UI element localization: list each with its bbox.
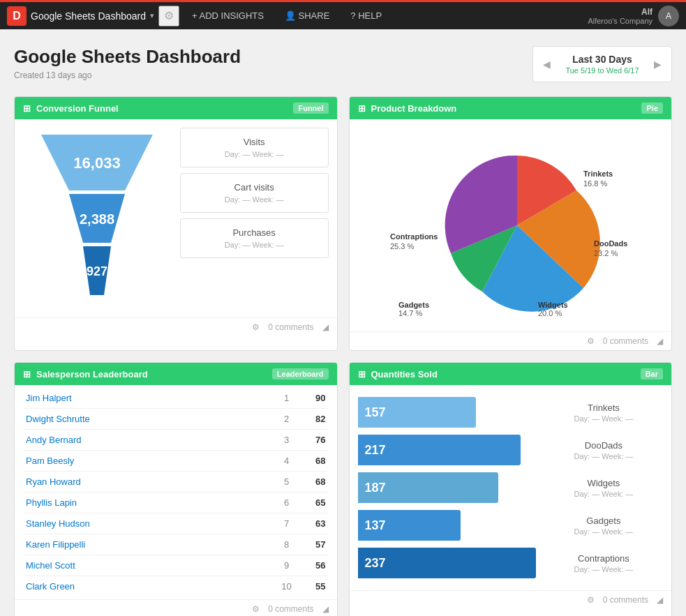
funnel-layout: 16,033 2,388 927 Visits D	[23, 128, 329, 309]
stat-cart-sub: Day: — Week: —	[189, 195, 320, 204]
leaderboard-title: Salesperson Leaderboard	[36, 369, 148, 380]
bar-value: 157	[365, 405, 386, 420]
pie-footer: ⚙ 0 comments ◢	[350, 331, 672, 350]
bar-label-sub: Day: — Week: —	[544, 452, 663, 460]
bar-label-box: Gadgets Day: — Week: —	[544, 510, 663, 541]
table-row: Dwight Schrutte 2 82	[23, 409, 329, 430]
bar-footer: ⚙ 0 comments ◢	[350, 590, 672, 609]
next-date-arrow[interactable]: ▶	[654, 59, 662, 70]
person-name[interactable]: Pam Beesly	[23, 451, 273, 472]
table-row: Jim Halpert 1 90	[23, 388, 329, 409]
pie-badge: Pie	[641, 103, 663, 114]
avatar: A	[658, 6, 679, 27]
date-range-text: Last 30 Days Tue 5/19 to Wed 6/17	[556, 54, 648, 75]
person-rank: 3	[273, 430, 301, 451]
person-name[interactable]: Clark Green	[23, 576, 273, 597]
help-button[interactable]: ? HELP	[342, 7, 390, 24]
bar-gear-icon[interactable]: ⚙	[587, 595, 595, 605]
bar-fill: 157	[358, 397, 476, 428]
person-score: 68	[301, 451, 329, 472]
bar-value: 217	[365, 443, 386, 458]
bar-resize-icon: ◢	[657, 595, 663, 605]
pie-gear-icon[interactable]: ⚙	[587, 336, 595, 346]
bar-label-box: DooDads Day: — Week: —	[544, 435, 663, 465]
bar-header: ⊞ Quantities Sold Bar	[350, 363, 672, 385]
person-rank: 6	[273, 493, 301, 513]
add-insights-button[interactable]: + ADD INSIGHTS	[184, 7, 272, 24]
person-rank: 2	[273, 409, 301, 430]
person-rank: 10	[273, 576, 301, 597]
funnel-stat-cart: Cart visits Day: — Week: —	[180, 173, 329, 213]
title-chevron[interactable]: ▾	[150, 11, 154, 20]
bar-label-name: Gadgets	[544, 516, 663, 526]
person-score: 55	[301, 576, 329, 597]
bar-label-sub: Day: — Week: —	[544, 565, 663, 573]
table-row: Michel Scott 9 56	[23, 555, 329, 576]
topnav: D Google Sheets Dashboard ▾ ⚙ + ADD INSI…	[0, 0, 686, 29]
table-row: Andy Bernard 3 76	[23, 430, 329, 451]
settings-button[interactable]: ⚙	[158, 6, 179, 27]
bar-label-box: Contraptions Day: — Week: —	[544, 548, 663, 578]
person-name[interactable]: Stanley Hudson	[23, 513, 273, 534]
svg-text:2,388: 2,388	[80, 211, 114, 227]
bar-label-sub: Day: — Week: —	[544, 414, 663, 423]
leaderboard-table: Jim Halpert 1 90 Dwight Schrutte 2 82 An…	[23, 388, 329, 596]
person-name[interactable]: Andy Bernard	[23, 430, 273, 451]
bar-row: 217	[358, 435, 536, 465]
bar-row: 237	[358, 548, 536, 578]
bar-label-box: Trinkets Day: — Week: —	[544, 397, 663, 428]
person-name[interactable]: Ryan Howard	[23, 472, 273, 493]
table-row: Phyllis Lapin 6 65	[23, 493, 329, 513]
prev-date-arrow[interactable]: ◀	[543, 59, 551, 70]
pie-grid-icon: ⊞	[358, 103, 366, 114]
pie-title: Product Breakdown	[371, 103, 457, 114]
bar-label-name: Widgets	[544, 478, 663, 488]
bar-badge: Bar	[641, 368, 663, 380]
table-row: Karen Filippelli 8 57	[23, 534, 329, 555]
svg-text:23.2 %: 23.2 %	[594, 249, 618, 257]
bar-row: 157	[358, 397, 536, 428]
date-range-picker[interactable]: ◀ Last 30 Days Tue 5/19 to Wed 6/17 ▶	[532, 46, 672, 82]
funnel-resize-icon: ◢	[322, 322, 329, 332]
bar-chart-bars: 157 217 187 137 237	[358, 393, 536, 582]
person-rank: 5	[273, 472, 301, 493]
person-name[interactable]: Jim Halpert	[23, 388, 273, 409]
person-name[interactable]: Phyllis Lapin	[23, 493, 273, 513]
funnel-gear-icon[interactable]: ⚙	[252, 322, 260, 332]
funnel-stats: Visits Day: — Week: — Cart visits Day: —…	[180, 128, 329, 258]
leaderboard-footer: ⚙ 0 comments ◢	[15, 599, 337, 616]
person-name[interactable]: Karen Filippelli	[23, 534, 273, 555]
person-name[interactable]: Dwight Schrutte	[23, 409, 273, 430]
bar-label-box: Widgets Day: — Week: —	[544, 472, 663, 503]
funnel-visual: 16,033 2,388 927	[23, 128, 172, 309]
leaderboard-gear-icon[interactable]: ⚙	[252, 604, 260, 614]
conversion-funnel-widget: ⊞ Conversion Funnel Funnel 16,033	[14, 96, 338, 351]
bar-label-name: Contraptions	[544, 553, 663, 564]
page-subtitle: Created 13 days ago	[14, 70, 241, 80]
person-name[interactable]: Michel Scott	[23, 555, 273, 576]
person-rank: 4	[273, 451, 301, 472]
table-row: Ryan Howard 5 68	[23, 472, 329, 493]
user-info: Alf Alferoo's Company A	[588, 6, 679, 27]
stat-visits-label: Visits	[189, 137, 320, 147]
share-button[interactable]: 👤 SHARE	[276, 7, 338, 24]
funnel-footer: ⚙ 0 comments ◢	[15, 317, 337, 336]
bar-chart-layout: 157 217 187 137 237 Trinkets Day: — Week…	[358, 393, 664, 582]
svg-text:16.8 %: 16.8 %	[583, 179, 607, 188]
bar-label-sub: Day: — Week: —	[544, 490, 663, 498]
pie-body: Trinkets 16.8 % DooDads 23.2 % Widgets 2…	[350, 119, 672, 331]
main-content: Google Sheets Dashboard Created 13 days …	[0, 29, 686, 616]
funnel-title: Conversion Funnel	[36, 103, 119, 114]
table-row: Pam Beesly 4 68	[23, 451, 329, 472]
person-rank: 8	[273, 534, 301, 555]
bar-label-name: Trinkets	[544, 403, 663, 413]
table-row: Clark Green 10 55	[23, 576, 329, 597]
svg-text:20.0 %: 20.0 %	[538, 309, 562, 316]
bar-fill: 137	[358, 510, 461, 541]
date-range-label: Last 30 Days	[556, 54, 648, 65]
funnel-header: ⊞ Conversion Funnel Funnel	[15, 97, 337, 119]
bar-value: 187	[365, 481, 386, 495]
funnel-grid-icon: ⊞	[23, 103, 31, 114]
user-name: Alf	[588, 7, 653, 17]
svg-text:Gadgets: Gadgets	[398, 301, 429, 309]
